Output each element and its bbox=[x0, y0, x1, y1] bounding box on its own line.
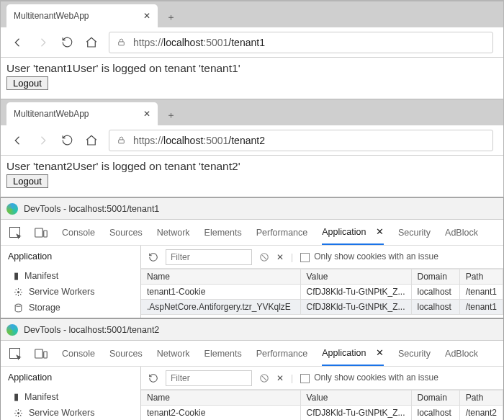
url: https://localhost:5001/tenant2 bbox=[133, 135, 265, 146]
tab-performance[interactable]: Performance bbox=[256, 220, 308, 245]
new-tab-button[interactable]: ＋ bbox=[161, 7, 181, 27]
refresh-button[interactable] bbox=[60, 35, 74, 50]
edge-icon bbox=[6, 324, 18, 336]
tab-network[interactable]: Network bbox=[157, 341, 190, 366]
sidebar-item-service-workers[interactable]: Service Workers bbox=[8, 284, 133, 300]
close-icon[interactable]: ✕ bbox=[376, 347, 384, 358]
tab-application[interactable]: Application ✕ bbox=[322, 220, 384, 245]
table-row[interactable]: .AspNetCore.Antiforgery.tzr_YVKqlzECfDJ8… bbox=[141, 300, 503, 315]
tab-network[interactable]: Network bbox=[157, 220, 190, 245]
inspect-icon[interactable] bbox=[9, 341, 20, 366]
forward-button[interactable] bbox=[35, 35, 50, 50]
clear-icon[interactable] bbox=[259, 373, 269, 383]
tab-title: MultitenantWebApp bbox=[14, 109, 89, 119]
svg-rect-3 bbox=[44, 231, 48, 237]
table-header: Name Value Domain Path bbox=[141, 269, 503, 285]
nav-toolbar: https://localhost:5001/tenant1 bbox=[1, 27, 503, 58]
manifest-icon: ▮ bbox=[14, 391, 19, 402]
address-bar[interactable]: https://localhost:5001/tenant1 bbox=[109, 32, 493, 53]
tab-adblock[interactable]: AdBlock bbox=[445, 341, 478, 366]
browser-tab[interactable]: MultitenantWebApp ✕ bbox=[6, 4, 158, 27]
lock-icon bbox=[117, 135, 126, 145]
refresh-button[interactable] bbox=[60, 133, 74, 148]
tab-console[interactable]: Console bbox=[62, 220, 95, 245]
tab-elements[interactable]: Elements bbox=[204, 220, 242, 245]
svg-rect-8 bbox=[44, 352, 48, 358]
filter-input[interactable] bbox=[166, 249, 252, 265]
url: https://localhost:5001/tenant1 bbox=[133, 37, 265, 48]
delete-icon[interactable]: ✕ bbox=[276, 252, 284, 262]
devtools-tabs: Console Sources Network Elements Perform… bbox=[1, 341, 503, 367]
svg-rect-0 bbox=[119, 42, 125, 45]
device-icon[interactable] bbox=[35, 341, 48, 366]
devtools-sidebar: Application ▮Manifest Service Workers St… bbox=[1, 246, 141, 318]
filter-input[interactable] bbox=[166, 370, 252, 386]
close-icon[interactable]: ✕ bbox=[143, 109, 150, 119]
close-icon[interactable]: ✕ bbox=[376, 226, 384, 237]
svg-point-5 bbox=[15, 304, 22, 306]
devtools-sidebar: Application ▮Manifest Service Workers St… bbox=[1, 367, 141, 420]
only-issues-checkbox[interactable]: Only show cookies with an issue bbox=[300, 251, 438, 262]
table-row[interactable]: tenant2-CookieCfDJ8Kld-Tu-GtNPtK_Z...loc… bbox=[141, 406, 503, 421]
browser-window-2: MultitenantWebApp ✕ ＋ https://localhost:… bbox=[0, 99, 504, 197]
logout-button[interactable]: Logout bbox=[6, 76, 48, 90]
tab-sources[interactable]: Sources bbox=[109, 220, 143, 245]
inspect-icon[interactable] bbox=[9, 220, 20, 245]
tab-security[interactable]: Security bbox=[398, 341, 431, 366]
table-header: Name Value Domain Path bbox=[141, 390, 503, 406]
nav-toolbar: https://localhost:5001/tenant2 bbox=[1, 125, 503, 156]
sidebar-item-service-workers[interactable]: Service Workers bbox=[8, 405, 133, 420]
tab-adblock[interactable]: AdBlock bbox=[445, 220, 478, 245]
clear-icon[interactable] bbox=[259, 252, 269, 262]
only-issues-checkbox[interactable]: Only show cookies with an issue bbox=[300, 372, 438, 383]
devtools-tabs: Console Sources Network Elements Perform… bbox=[1, 220, 503, 246]
devtools-titlebar: DevTools - localhost:5001/tenant2 bbox=[1, 319, 503, 341]
address-bar[interactable]: https://localhost:5001/tenant2 bbox=[109, 130, 493, 151]
sidebar-item-storage[interactable]: Storage bbox=[8, 300, 133, 316]
sidebar-item-manifest[interactable]: ▮Manifest bbox=[8, 388, 133, 405]
tab-console[interactable]: Console bbox=[62, 341, 95, 366]
manifest-icon: ▮ bbox=[14, 270, 19, 281]
cookies-table: Name Value Domain Path tenant1-CookieCfD… bbox=[141, 269, 503, 315]
cookie-toolbar: ✕ | Only show cookies with an issue bbox=[141, 367, 503, 390]
tab-elements[interactable]: Elements bbox=[204, 341, 242, 366]
tab-sources[interactable]: Sources bbox=[109, 341, 143, 366]
sidebar-item-manifest[interactable]: ▮Manifest bbox=[8, 267, 133, 284]
new-tab-button[interactable]: ＋ bbox=[161, 105, 181, 125]
status-text: User 'tenant1User' is logged on tenant '… bbox=[6, 62, 498, 75]
refresh-icon[interactable] bbox=[148, 373, 158, 383]
cookie-toolbar: ✕ | Only show cookies with an issue bbox=[141, 246, 503, 269]
home-button[interactable] bbox=[84, 35, 99, 50]
sidebar-header: Application bbox=[8, 251, 133, 262]
tab-performance[interactable]: Performance bbox=[256, 341, 308, 366]
svg-rect-2 bbox=[35, 228, 43, 237]
back-button[interactable] bbox=[11, 133, 25, 148]
close-icon[interactable]: ✕ bbox=[143, 11, 150, 21]
tab-strip: MultitenantWebApp ✕ ＋ bbox=[1, 1, 503, 27]
browser-window-1: MultitenantWebApp ✕ ＋ https://localhost:… bbox=[0, 0, 504, 99]
lock-icon bbox=[117, 37, 126, 47]
forward-button[interactable] bbox=[35, 133, 50, 148]
home-button[interactable] bbox=[84, 133, 99, 148]
table-row[interactable]: tenant1-CookieCfDJ8Kld-Tu-GtNPtK_Z...loc… bbox=[141, 285, 503, 300]
svg-point-4 bbox=[17, 290, 19, 292]
svg-rect-7 bbox=[35, 349, 43, 358]
back-button[interactable] bbox=[11, 35, 25, 50]
devtools-title: DevTools - localhost:5001/tenant2 bbox=[24, 325, 159, 335]
svg-point-9 bbox=[17, 411, 19, 414]
tab-security[interactable]: Security bbox=[398, 220, 431, 245]
browser-tab[interactable]: MultitenantWebApp ✕ bbox=[6, 102, 158, 125]
storage-icon bbox=[14, 303, 23, 313]
tab-strip: MultitenantWebApp ✕ ＋ bbox=[1, 99, 503, 125]
page-content: User 'tenant2User' is logged on tenant '… bbox=[1, 156, 503, 197]
devtools-window-2: DevTools - localhost:5001/tenant2 Consol… bbox=[0, 318, 504, 420]
status-text: User 'tenant2User' is logged on tenant '… bbox=[6, 160, 498, 173]
page-content: User 'tenant1User' is logged on tenant '… bbox=[1, 58, 503, 99]
sidebar-header: Application bbox=[8, 372, 133, 383]
refresh-icon[interactable] bbox=[148, 252, 158, 262]
tab-application[interactable]: Application ✕ bbox=[322, 341, 384, 366]
svg-rect-1 bbox=[119, 140, 125, 143]
delete-icon[interactable]: ✕ bbox=[276, 373, 284, 383]
device-icon[interactable] bbox=[35, 220, 48, 245]
logout-button[interactable]: Logout bbox=[6, 174, 48, 188]
